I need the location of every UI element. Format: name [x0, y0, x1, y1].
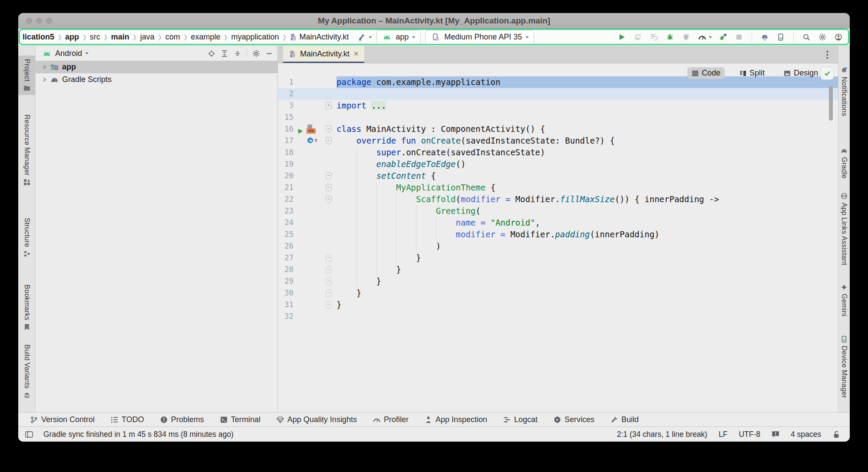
project-view-selector[interactable]: Android [55, 49, 82, 58]
stop-button[interactable] [734, 32, 744, 43]
breadcrumb-item-myapplication[interactable]: myapplication [231, 33, 279, 42]
fold-marker-icon[interactable]: + [326, 102, 332, 109]
locate-file-button[interactable] [208, 50, 215, 57]
tool-stripe-tab-build-variants[interactable]: Build Variants [18, 341, 35, 402]
code-line-19[interactable]: 19 enableEdgeToEdge() [278, 158, 838, 170]
tool-stripe-tab-notifications[interactable]: Notifications [838, 63, 850, 120]
tool-window-button-app-inspection[interactable]: App Inspection [425, 415, 487, 424]
fold-marker-icon[interactable]: − [326, 289, 332, 297]
tool-stripe-tab-resource-manager[interactable]: Resource Manager [18, 111, 35, 189]
run-button[interactable] [617, 32, 627, 43]
code-line-24[interactable]: 24 name = "Android", [278, 217, 838, 229]
fold-marker-icon[interactable]: − [326, 172, 332, 180]
file-encoding[interactable]: UTF-8 [739, 430, 760, 439]
tool-window-button-todo[interactable]: TODO [111, 415, 144, 424]
chevron-right-icon[interactable] [42, 63, 47, 71]
lock-open-icon[interactable] [832, 431, 840, 438]
view-mode-design[interactable]: Design [779, 67, 822, 79]
code-line-26[interactable]: 26 ) [278, 240, 838, 252]
collapse-all-button[interactable] [234, 50, 241, 57]
inspections-status-widget[interactable] [821, 67, 834, 80]
tool-window-button-version-control[interactable]: Version Control [30, 415, 95, 424]
tool-window-button-profiler[interactable]: Profiler [373, 415, 409, 424]
device-select[interactable]: Medium Phone API 35 [425, 30, 534, 45]
compose-preview-gutter-icon[interactable]: <> [307, 125, 316, 134]
apply-code-changes-button[interactable] [649, 32, 659, 43]
search-everywhere-button[interactable] [801, 32, 812, 43]
tool-stripe-tab-structure[interactable]: Structure [18, 214, 35, 261]
apply-changes-button[interactable]: A [633, 32, 643, 43]
minimize-window-button[interactable] [36, 18, 42, 24]
tool-stripe-tab-bookmarks[interactable]: Bookmarks [18, 281, 35, 334]
editor-tab-mainactivity[interactable]: MainActivity.kt × [283, 46, 364, 63]
fold-marker-icon[interactable]: − [326, 184, 332, 191]
tool-stripe-tab-gradle[interactable]: Gradle [838, 144, 850, 182]
breadcrumb-item-lication5[interactable]: lication5 [23, 33, 54, 42]
debug-button[interactable] [665, 32, 675, 43]
run-gutter-icon[interactable] [297, 126, 304, 138]
gradle-sync-button[interactable] [759, 32, 770, 43]
view-mode-split[interactable]: Split [735, 67, 769, 79]
fold-marker-icon[interactable]: − [326, 278, 332, 285]
code-line-31[interactable]: 31−} [278, 299, 838, 311]
view-mode-code[interactable]: Code [687, 67, 725, 79]
fold-marker-icon[interactable]: − [326, 301, 332, 308]
code-line-16[interactable]: 16<>−class MainActivity : ComponentActiv… [278, 123, 838, 135]
code-line-23[interactable]: 23 Greeting( [278, 205, 838, 217]
fold-marker-icon[interactable]: − [326, 137, 332, 144]
tool-window-button-services[interactable]: Services [554, 415, 594, 424]
zoom-window-button[interactable] [46, 18, 52, 24]
expand-all-button[interactable] [221, 50, 228, 57]
code-area[interactable]: CodeSplitDesign 1package com.example.mya… [278, 63, 838, 412]
panel-options-button[interactable] [252, 50, 260, 57]
tool-window-button-problems[interactable]: Problems [160, 415, 204, 424]
breadcrumb-item-mainactivity-kt[interactable]: MainActivity.kt [290, 33, 349, 42]
fold-marker-icon[interactable]: − [326, 196, 332, 203]
chevron-right-icon[interactable] [42, 76, 47, 83]
tool-stripe-tab-app-links-assistant[interactable]: App Links Assistant [838, 189, 850, 269]
breadcrumb-item-com[interactable]: com [165, 33, 180, 42]
code-line-32[interactable]: 32 [278, 311, 838, 322]
tool-stripe-tab-gemini[interactable]: Gemini [838, 280, 850, 320]
tool-window-button-logcat[interactable]: Logcat [503, 415, 538, 424]
code-line-17[interactable]: 17↑− override fun onCreate(savedInstance… [278, 135, 838, 147]
close-window-button[interactable] [26, 18, 32, 24]
run-configuration-select[interactable]: app [376, 30, 421, 45]
account-button[interactable] [833, 32, 844, 43]
code-line-15[interactable]: 15 [278, 111, 838, 123]
code-line-27[interactable]: 27− } [278, 252, 838, 264]
notification-bubble-icon[interactable] [772, 431, 779, 438]
profiler-button[interactable] [697, 32, 712, 43]
profile-debuggable-button[interactable] [718, 32, 728, 43]
line-separator[interactable]: LF [719, 430, 727, 439]
attach-debugger-button[interactable] [681, 32, 691, 43]
code-line-18[interactable]: 18 super.onCreate(savedInstanceState) [278, 147, 838, 158]
breadcrumb-item-java[interactable]: java [140, 33, 155, 42]
code-line-30[interactable]: 30− } [278, 287, 838, 299]
caret-position[interactable]: 2:1 (34 chars, 1 line break) [617, 430, 707, 439]
breadcrumb-item-example[interactable]: example [191, 33, 221, 42]
tool-window-button-app-quality-insights[interactable]: App Quality Insights [277, 415, 357, 424]
indent-setting[interactable]: 4 spaces [791, 430, 821, 439]
code-line-28[interactable]: 28− } [278, 264, 838, 275]
breadcrumb-item-app[interactable]: app [65, 33, 79, 42]
tool-stripe-tab-project[interactable]: Project [18, 56, 35, 95]
tool-stripe-tab-device-manager[interactable]: Device Manager [838, 332, 850, 402]
code-line-20[interactable]: 20− setContent { [278, 170, 838, 182]
tree-item-app[interactable]: app [36, 61, 277, 73]
code-line-21[interactable]: 21− MyApplicationTheme { [278, 182, 838, 193]
breadcrumb-item-main[interactable]: main [111, 33, 129, 42]
build-hammer-dropdown[interactable] [356, 32, 372, 43]
code-line-25[interactable]: 25 modifier = Modifier.padding(innerPadd… [278, 229, 838, 240]
close-tab-icon[interactable]: × [354, 49, 359, 59]
layout-toggle-icon[interactable] [25, 431, 33, 438]
fold-marker-icon[interactable]: − [326, 125, 332, 133]
code-line-2[interactable]: 2 [278, 88, 838, 100]
device-manager-button[interactable] [776, 32, 786, 43]
status-message[interactable]: Gradle sync finished in 1 m 45 s 834 ms … [43, 430, 234, 439]
breadcrumb-item-src[interactable]: src [90, 33, 100, 42]
tree-item-gradle-scripts[interactable]: Gradle Scripts [36, 73, 277, 86]
fold-marker-icon[interactable]: − [326, 266, 332, 273]
settings-button[interactable] [817, 32, 828, 43]
chevron-down-icon[interactable] [85, 52, 89, 56]
